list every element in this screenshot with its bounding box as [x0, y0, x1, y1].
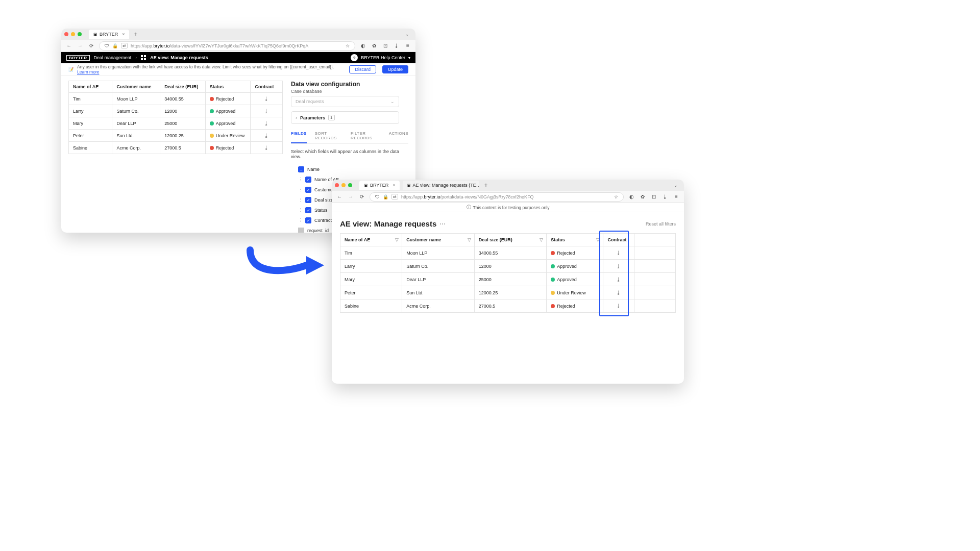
- download-icon[interactable]: ⭳: [662, 193, 669, 201]
- window-controls[interactable]: [335, 183, 352, 187]
- bryter-logo[interactable]: BRYTER: [66, 55, 90, 61]
- table-row: Sabine Acme Corp. 27000.5 Rejected ⭳: [340, 299, 676, 313]
- new-tab-button[interactable]: +: [132, 31, 140, 38]
- browser-tab-bryter[interactable]: ▣ BRYTER ×: [359, 181, 400, 190]
- config-tab[interactable]: FIELDS: [291, 131, 307, 143]
- update-button[interactable]: Update: [382, 65, 408, 73]
- status-pill: Approved: [210, 109, 247, 114]
- config-tab[interactable]: ACTIONS: [389, 131, 408, 143]
- help-avatar[interactable]: ?: [351, 54, 358, 61]
- url-field[interactable]: 🛡 🔒 ⇄ https://app.bryter.io/data-views/f…: [99, 41, 355, 51]
- drag-handle-icon[interactable]: ⋮⋮: [298, 187, 302, 192]
- close-tab-icon[interactable]: ×: [122, 32, 125, 37]
- filter-icon[interactable]: ▽: [596, 237, 600, 242]
- star-icon[interactable]: ☆: [614, 194, 618, 199]
- nav-forward-icon[interactable]: →: [347, 193, 354, 201]
- table-header[interactable]: Status▽: [547, 234, 603, 246]
- star-icon[interactable]: ☆: [346, 43, 350, 48]
- download-icon[interactable]: ⭳: [616, 290, 621, 295]
- gear-icon[interactable]: ✿: [371, 42, 378, 49]
- close-tab-icon[interactable]: ×: [393, 183, 395, 188]
- download-icon[interactable]: ⭳: [264, 133, 269, 138]
- new-tab-button[interactable]: +: [482, 182, 490, 189]
- download-icon[interactable]: ⭳: [616, 250, 621, 256]
- table-header: Contract: [251, 81, 283, 93]
- browser-tab-bryter[interactable]: ▣ BRYTER ×: [89, 30, 129, 39]
- tracking-badge: ⇄: [121, 43, 128, 48]
- portal-window: ▣ BRYTER × ▣ AE view: Manage requests (T…: [332, 180, 684, 384]
- nav-back-icon[interactable]: ←: [336, 193, 343, 201]
- reload-icon[interactable]: ⟳: [88, 42, 95, 49]
- url-field[interactable]: 🛡 🔒 ⇄ https://app.bryter.io/portal/data-…: [370, 192, 624, 202]
- download-icon[interactable]: ⭳: [264, 96, 269, 102]
- filter-icon[interactable]: ▽: [540, 237, 543, 242]
- status-pill: Approved: [551, 264, 599, 269]
- discard-button[interactable]: Discard: [349, 65, 376, 73]
- browser-tab-portal[interactable]: ▣ AE view: Manage requests (TE… ×: [403, 181, 479, 190]
- drag-handle-icon[interactable]: ⋮⋮: [298, 208, 302, 213]
- tabs-overflow-icon[interactable]: ⌄: [402, 32, 412, 37]
- download-icon[interactable]: ⭳: [616, 277, 621, 282]
- field-checkbox[interactable]: [305, 217, 311, 223]
- config-tab[interactable]: SORT RECORDS: [315, 131, 342, 143]
- download-icon[interactable]: ⭳: [616, 303, 621, 309]
- drag-handle-icon[interactable]: ⋮⋮: [298, 197, 302, 203]
- svg-marker-4: [306, 256, 324, 274]
- app-header: BRYTER Deal management › AE view: Manage…: [61, 52, 415, 63]
- reset-filters-link[interactable]: Reset all filters: [646, 221, 676, 227]
- tabstrip: ▣ BRYTER × + ⌄: [61, 29, 415, 40]
- drag-handle-icon[interactable]: ⋮⋮: [298, 177, 302, 182]
- drag-handle-icon[interactable]: ⋮⋮: [298, 218, 302, 223]
- field-checkbox[interactable]: [298, 166, 304, 172]
- field-checkbox[interactable]: [305, 207, 311, 213]
- extension-icon[interactable]: ◐: [628, 193, 635, 201]
- download-icon[interactable]: ⭳: [264, 120, 269, 126]
- account-icon[interactable]: ⊡: [650, 193, 657, 201]
- table-header[interactable]: Customer name▽: [402, 234, 475, 246]
- table-header[interactable]: Deal size (EUR)▽: [474, 234, 547, 246]
- table-header[interactable]: Contract: [603, 234, 634, 246]
- tab-favicon: ▣: [407, 183, 411, 188]
- download-icon[interactable]: ⭳: [616, 263, 621, 269]
- help-center-link[interactable]: BRYTER Help Center: [361, 55, 405, 60]
- lock-icon: 🔒: [112, 43, 118, 48]
- account-icon[interactable]: ⊡: [382, 42, 389, 49]
- case-database-select[interactable]: Deal requests ⌄: [291, 96, 399, 107]
- field-checkbox[interactable]: [305, 197, 311, 203]
- svg-rect-0: [141, 55, 143, 57]
- parameters-toggle[interactable]: › Parameters 1: [291, 111, 399, 124]
- gear-icon[interactable]: ✿: [639, 193, 646, 201]
- tabs-overflow-icon[interactable]: ⌄: [671, 183, 681, 188]
- status-dot-icon: [210, 97, 214, 101]
- nav-back-icon[interactable]: ←: [65, 42, 72, 49]
- shield-icon: 🛡: [375, 194, 380, 199]
- filter-icon[interactable]: ▽: [395, 237, 399, 242]
- table-header: Deal size (EUR): [160, 81, 206, 93]
- field-checkbox[interactable]: [305, 177, 311, 183]
- address-bar: ← → ⟳ 🛡 🔒 ⇄ https://app.bryter.io/portal…: [332, 191, 684, 203]
- status-pill: Rejected: [551, 304, 599, 309]
- lock-icon: 🔒: [383, 194, 388, 199]
- more-options-icon[interactable]: ⋯: [439, 220, 446, 228]
- learn-more-link[interactable]: Learn more: [77, 69, 99, 74]
- table-row: Larry Saturn Co. 12000 Approved ⭳: [340, 260, 676, 273]
- download-icon[interactable]: ⭳: [264, 145, 269, 151]
- download-icon[interactable]: ⭳: [264, 108, 269, 114]
- chevron-down-icon[interactable]: ▾: [408, 56, 410, 60]
- chevron-right-icon: ›: [135, 55, 137, 60]
- extension-icon[interactable]: ◐: [359, 42, 366, 49]
- field-checkbox[interactable]: [305, 187, 311, 193]
- window-controls[interactable]: [64, 32, 82, 36]
- nav-forward-icon[interactable]: →: [77, 42, 84, 49]
- table-header: Status: [205, 81, 251, 93]
- tabstrip: ▣ BRYTER × ▣ AE view: Manage requests (T…: [332, 180, 684, 191]
- download-icon[interactable]: ⭳: [393, 42, 400, 49]
- table-row: Peter Sun Ltd. 12000.25 Under Review ⭳: [69, 130, 283, 142]
- menu-icon[interactable]: ≡: [673, 193, 680, 201]
- reload-icon[interactable]: ⟳: [358, 193, 365, 201]
- config-tab[interactable]: FILTER RECORDS: [351, 131, 381, 143]
- filter-icon[interactable]: ▽: [468, 237, 471, 242]
- menu-icon[interactable]: ≡: [404, 42, 411, 49]
- breadcrumb-parent[interactable]: Deal management: [94, 55, 132, 60]
- table-header[interactable]: Name of AE▽: [340, 234, 402, 246]
